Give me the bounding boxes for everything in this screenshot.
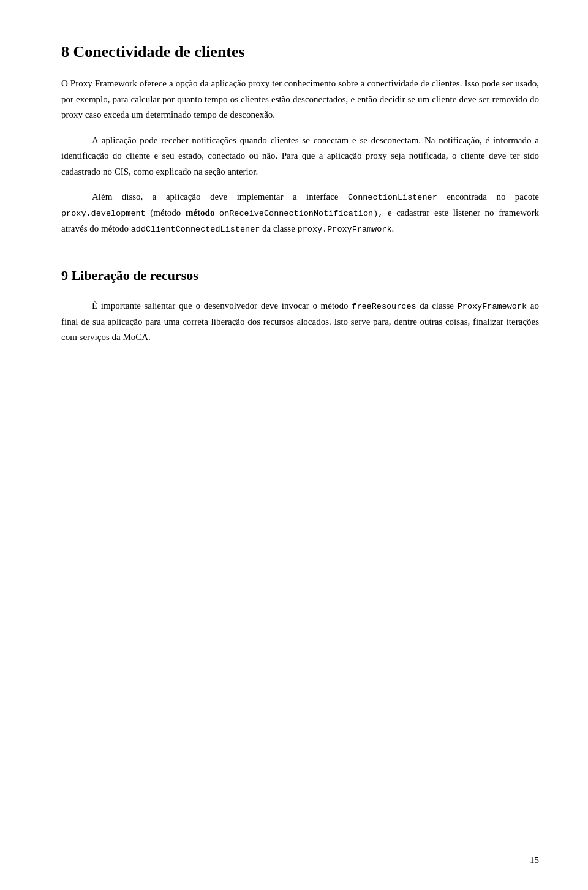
para3-mid4: da classe (260, 224, 297, 233)
page: 8 Conectividade de clientes O Proxy Fram… (0, 0, 588, 890)
section-9-heading: 9 Liberação de recursos (61, 268, 539, 284)
para3-pacote: proxy.development (61, 209, 146, 218)
section-8-para2: A aplicação pode receber notificações qu… (61, 133, 539, 180)
para3-method-bold: método (186, 208, 215, 217)
section-9-para1: È importante salientar que o desenvolved… (61, 298, 539, 345)
section-8: 8 Conectividade de clientes O Proxy Fram… (61, 43, 539, 237)
section9-para1-mid: da classe (417, 301, 458, 311)
para3-class: proxy.ProxyFramwork (298, 225, 392, 234)
section9-proxy-framework: ProxyFramework (458, 302, 527, 311)
section-9: 9 Liberação de recursos È importante sal… (61, 268, 539, 345)
section-8-heading: 8 Conectividade de clientes (61, 43, 539, 61)
para3-method: onReceiveConnectionNotification), (219, 209, 383, 218)
page-number: 15 (530, 855, 539, 865)
section9-free-resources: freeResources (352, 302, 416, 311)
para3-mid2: (método (146, 208, 186, 217)
para3-method2: addClientConnectedListener (131, 225, 260, 234)
para3-prefix: Além disso, a aplicação deve implementar… (92, 192, 348, 202)
para3-mid: encontrada no pacote (437, 192, 539, 202)
section9-para1-prefix: È importante salientar que o desenvolved… (92, 301, 352, 311)
section-8-para1: O Proxy Framework oferece a opção da apl… (61, 76, 539, 123)
para3-suffix: . (392, 224, 394, 233)
para3-interface: ConnectionListener (348, 193, 437, 202)
section-8-para3: Além disso, a aplicação deve implementar… (61, 189, 539, 237)
